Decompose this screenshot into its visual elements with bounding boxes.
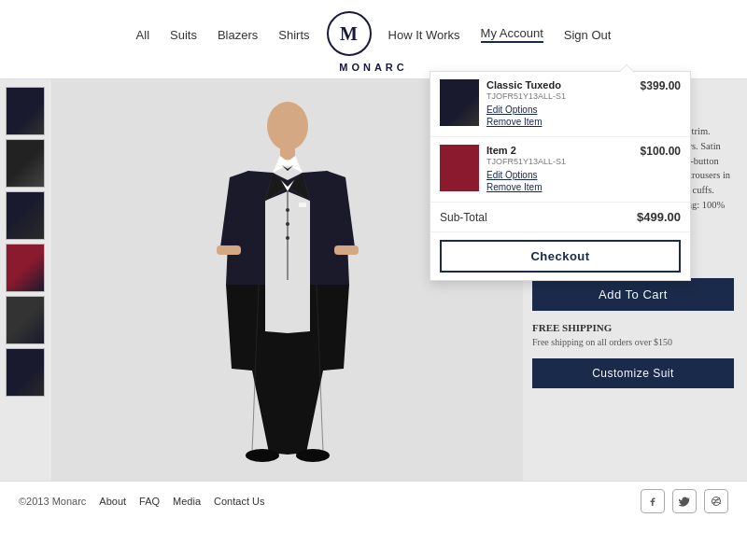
svg-point-13 [286,222,289,226]
cart-item-2: Item 2 TJOFR51Y13ALL-S1 Edit Options Rem… [430,137,690,203]
svg-rect-6 [334,245,359,255]
thumbnail-list [0,79,51,481]
svg-rect-5 [217,245,241,255]
free-shipping-description: Free shipping on all orders over $150 [532,337,734,347]
svg-point-0 [267,102,308,150]
checkout-button[interactable]: Checkout [440,240,681,273]
thumbnail-4[interactable] [6,244,45,292]
nav-sign-out[interactable]: Sign Out [564,28,612,42]
svg-point-12 [286,208,289,212]
add-to-cart-button[interactable]: Add To Cart [532,278,734,311]
cart-item-1-name: Classic Tuxedo [486,79,633,91]
logo[interactable]: M [327,11,372,58]
cart-item-2-edit[interactable]: Edit Options [486,170,633,180]
nav-all[interactable]: All [136,28,149,42]
customize-suit-button[interactable]: Customize Suit [532,358,734,388]
thumbnail-5[interactable] [6,296,45,344]
cart-item-1-edit[interactable]: Edit Options [486,105,633,115]
facebook-icon[interactable] [641,489,665,513]
nav-shirts[interactable]: Shirts [278,28,309,42]
cart-item-1: Classic Tuxedo TJOFR51Y13ALL-S1 Edit Opt… [430,72,690,137]
nav-how-it-works[interactable]: How It Works [388,28,460,42]
nav-suits[interactable]: Suits [170,28,197,42]
cart-item-2-price: $100.00 [641,145,681,158]
footer-social-icons [641,489,728,513]
cart-item-2-name: Item 2 [486,145,633,156]
thumbnail-1[interactable] [6,87,45,135]
cart-item-2-sku: TJOFR51Y13ALL-S1 [486,157,633,166]
cart-item-2-image [440,145,479,191]
subtotal-label: Sub-Total [440,211,487,224]
cart-item-1-sku: TJOFR51Y13ALL-S1 [486,91,633,101]
cart-item-1-image [440,79,479,126]
svg-point-9 [246,449,279,462]
checkout-row: Checkout [430,232,690,280]
nav-my-account[interactable]: My Account [481,26,543,43]
cart-item-1-remove[interactable]: Remove Item [486,117,633,127]
thumbnail-3[interactable] [6,191,45,240]
svg-rect-4 [299,203,306,207]
svg-point-14 [286,236,289,240]
cart-item-2-remove[interactable]: Remove Item [486,182,633,192]
subtotal-value: $499.00 [637,210,681,224]
nav-blazers[interactable]: Blazers [218,28,258,42]
svg-point-10 [296,449,330,462]
cart-item-1-price: $399.00 [641,79,681,92]
cart-dropdown: Classic Tuxedo TJOFR51Y13ALL-S1 Edit Opt… [430,71,691,281]
logo-letter: M [340,23,358,45]
footer-about[interactable]: About [99,496,126,507]
footer-media[interactable]: Media [173,496,201,507]
free-shipping-label: FREE SHIPPING [532,322,734,333]
footer-faq[interactable]: FAQ [139,496,160,507]
cart-subtotal: Sub-Total $499.00 [430,203,690,232]
thumbnail-2[interactable] [6,139,45,188]
footer: ©2013 Monarc About FAQ Media Contact Us [0,481,747,520]
thumbnail-6[interactable] [6,348,45,397]
footer-copyright: ©2013 Monarc [19,496,86,507]
suit-illustration [185,98,390,462]
twitter-icon[interactable] [672,489,697,513]
footer-contact[interactable]: Contact Us [214,496,264,507]
dribbble-icon[interactable] [704,489,728,513]
